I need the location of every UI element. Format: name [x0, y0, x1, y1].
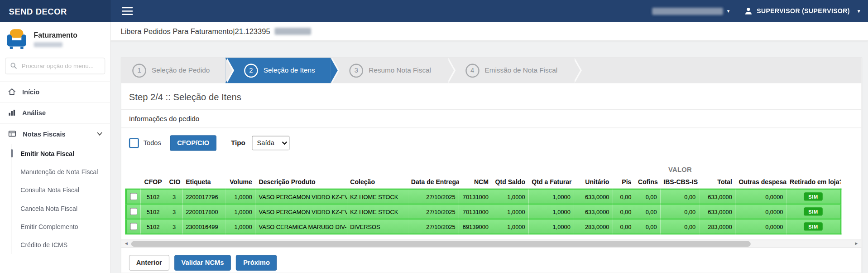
step-number: 1: [132, 63, 146, 78]
column-header: Pis: [613, 175, 635, 189]
table-cell: 69139000: [459, 219, 492, 234]
chevron-down-icon: ▾: [727, 9, 730, 14]
subitem-label: Manutenção de Nota Fiscal: [20, 168, 98, 175]
user-menu[interactable]: SUPERVISOR (SUPERVISOR) ▾: [744, 7, 860, 16]
table-cell: 633,0000: [699, 189, 736, 204]
row-checkbox[interactable]: [130, 208, 137, 215]
wizard-step-2[interactable]: 2 Seleção de Itens: [225, 58, 331, 83]
table-cell: DIVERSOS: [347, 219, 408, 234]
table-row: 5102323000164991,0000VASO CERAMICA MARUB…: [126, 219, 840, 234]
menu-search: [5, 58, 105, 74]
subitem-label: Emitir Complemento: [20, 223, 78, 230]
items-table-zone: VALOR CFOPCIOEtiquetaVolumeDescrição Pro…: [121, 156, 862, 234]
table-cell: 1,0000: [528, 204, 574, 219]
scroll-left-icon[interactable]: ◄: [121, 241, 131, 246]
table-cell: 5102: [140, 189, 166, 204]
row-select-cell: [126, 189, 140, 204]
step-number: 2: [244, 63, 258, 78]
table-cell: 5102: [140, 219, 166, 234]
step-heading: Step 2/4 :: Seleção de Itens: [121, 83, 862, 110]
sidebar-item-label: Início: [22, 88, 39, 96]
brand-logo[interactable]: SEND DECOR: [0, 0, 111, 22]
table-cell: 70131000: [459, 204, 492, 219]
table-cell: 5102: [140, 204, 166, 219]
scrollbar-thumb[interactable]: [131, 241, 751, 247]
wizard-step-1[interactable]: 1 Seleção de Pedido: [121, 58, 225, 83]
body-row: Faturamento Início: [0, 22, 868, 273]
anterior-button[interactable]: Anterior: [129, 255, 169, 270]
table-cell: SIM: [786, 189, 841, 204]
scroll-right-icon[interactable]: ►: [851, 241, 861, 246]
step-label: Resumo Nota Fiscal: [369, 67, 431, 74]
table-row: 5102322000178001,0000VASO PERGAMON VIDRO…: [126, 204, 840, 219]
topbar-main: ▾ SUPERVISOR (SUPERVISOR) ▾: [111, 0, 868, 22]
table-cell: 3: [166, 219, 182, 234]
hamburger-menu-icon[interactable]: [121, 3, 134, 19]
validar-ncms-button[interactable]: Validar NCMs: [174, 255, 231, 270]
notas-fiscais-submenu: Emitir Nota Fiscal Manutenção de Nota Fi…: [12, 144, 110, 254]
sidebar-subitem-manutencao-nota-fiscal[interactable]: Manutenção de Nota Fiscal: [12, 162, 110, 180]
table-cell: 0,00: [613, 189, 635, 204]
topbar-right: ▾ SUPERVISOR (SUPERVISOR) ▾: [652, 7, 860, 16]
select-column-header: [126, 175, 140, 189]
sidebar-brand-texts: Faturamento: [34, 31, 77, 47]
group-spacer: [126, 161, 574, 176]
tipo-label: Tipo: [231, 139, 245, 147]
select-all-checkbox[interactable]: [129, 138, 139, 148]
scrollbar-track[interactable]: [131, 240, 852, 247]
sidebar-item-notas-fiscais[interactable]: Notas Fiscais: [0, 123, 110, 144]
row-checkbox[interactable]: [130, 193, 137, 200]
content-card: 1 Seleção de Pedido 2 Seleção de Itens 3…: [121, 57, 862, 273]
items-table-head: VALOR CFOPCIOEtiquetaVolumeDescrição Pro…: [126, 161, 840, 189]
column-header: IBS-CBS-IS: [660, 175, 699, 189]
row-checkbox[interactable]: [130, 223, 137, 230]
column-header: CFOP: [140, 175, 166, 189]
sidebar-subitem-consulta-nota-fiscal[interactable]: Consulta Nota Fiscal: [12, 181, 110, 199]
app-logo-sofa-icon: [5, 28, 29, 50]
sidebar-subitem-cancela-nota-fiscal[interactable]: Cancela Nota Fiscal: [12, 199, 110, 217]
column-header: Outras despesas: [735, 175, 786, 189]
table-cell: 27/10/2025: [408, 189, 458, 204]
tipo-select[interactable]: Saída: [252, 136, 290, 151]
column-header: NCM: [459, 175, 492, 189]
table-cell: VASO PERGAMON VIDRO KZ-FVP149: [255, 189, 347, 204]
wizard-step-3[interactable]: 3 Resumo Nota Fiscal: [331, 58, 446, 83]
subitem-label: Crédito de ICMS: [20, 241, 67, 248]
invoice-icon: [8, 130, 17, 138]
app-name: Faturamento: [34, 31, 77, 39]
table-cell: KZ HOME STOCK: [347, 189, 408, 204]
column-header: Etiqueta: [182, 175, 225, 189]
table-cell: 0,0000: [735, 189, 786, 204]
table-cell: 3: [166, 189, 182, 204]
sidebar-subitem-emitir-nota-fiscal[interactable]: Emitir Nota Fiscal: [12, 144, 110, 162]
sidebar-brand: Faturamento: [0, 22, 110, 53]
table-cell: 0,00: [660, 189, 699, 204]
chevron-down-icon: [97, 132, 102, 136]
redacted-subtitle: [34, 42, 63, 47]
table-cell: 633,0000: [574, 189, 613, 204]
wizard-step-4[interactable]: 4 Emissão de Nota Fiscal: [446, 58, 573, 83]
sidebar-item-label: Análise: [22, 109, 46, 117]
sidebar-nav: Início Análise Notas F: [0, 81, 110, 253]
step-label: Seleção de Pedido: [152, 67, 210, 74]
column-header: Coleção: [347, 175, 408, 189]
sidebar-subitem-emitir-complemento[interactable]: Emitir Complemento: [12, 217, 110, 235]
sidebar: Faturamento Início: [0, 22, 111, 273]
sidebar-subitem-credito-icms[interactable]: Crédito de ICMS: [12, 236, 110, 254]
search-input[interactable]: [5, 58, 105, 74]
table-cell: 1,0000: [225, 189, 255, 204]
home-icon: [8, 88, 16, 96]
proximo-button[interactable]: Próximo: [236, 255, 277, 270]
horizontal-scrollbar: ◄ ►: [121, 239, 862, 248]
select-all-label: Todos: [144, 139, 161, 147]
row-select-cell: [126, 219, 140, 234]
column-header: Volume: [225, 175, 255, 189]
table-cell: 0,00: [635, 204, 660, 219]
row-select-cell: [126, 204, 140, 219]
cfop-cio-button[interactable]: CFOP/CIO: [170, 135, 216, 151]
redacted-company-name: [652, 8, 723, 15]
company-selector[interactable]: ▾: [652, 8, 730, 15]
table-cell: 0,00: [613, 204, 635, 219]
sidebar-item-inicio[interactable]: Início: [0, 81, 110, 102]
sidebar-item-analise[interactable]: Análise: [0, 102, 110, 123]
